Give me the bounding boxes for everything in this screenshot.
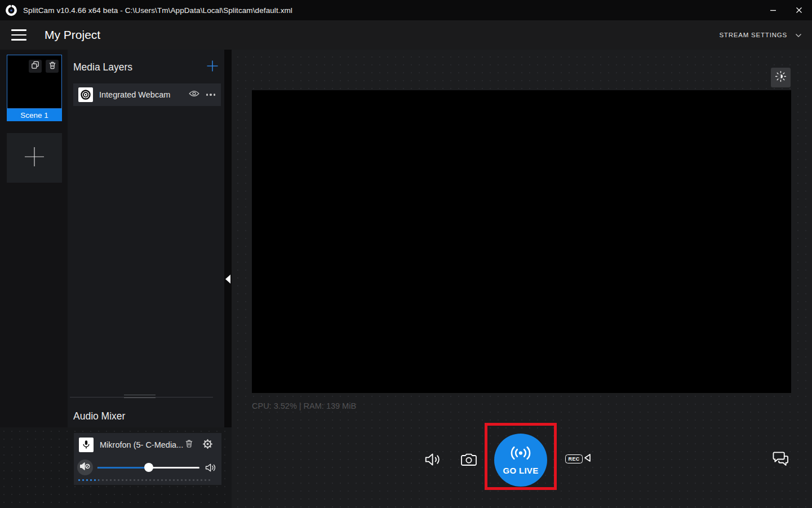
- speaker-muted-icon: [79, 462, 91, 473]
- audio-mixer-title: Audio Mixer: [73, 410, 125, 422]
- duplicate-scene-button[interactable]: [29, 60, 42, 73]
- copy-icon: [30, 60, 40, 72]
- record-button[interactable]: REC: [565, 453, 591, 465]
- remove-audio-device-button[interactable]: [184, 439, 194, 451]
- audio-mixer-device-card: Mikrofon (5- C-Media...: [74, 433, 221, 485]
- chat-button[interactable]: [771, 451, 789, 468]
- volume-icon: [424, 452, 442, 470]
- page-title: My Project: [45, 28, 100, 42]
- broadcast-icon: [508, 445, 533, 463]
- trash-icon: [48, 61, 57, 72]
- media-layers-panel: Media Layers Integrated Webcam: [68, 50, 224, 508]
- layer-row-integrated-webcam[interactable]: Integrated Webcam: [73, 83, 221, 106]
- snapshot-button[interactable]: [460, 452, 478, 469]
- audio-level-meter: [78, 479, 212, 481]
- stream-settings-label: STREAM SETTINGS: [719, 32, 787, 38]
- main-area: CPU: 3.52% | RAM: 139 MiB: [232, 50, 812, 508]
- stream-settings-button[interactable]: STREAM SETTINGS: [719, 30, 802, 40]
- video-preview: [252, 90, 791, 393]
- add-layer-button[interactable]: [206, 60, 219, 74]
- delete-scene-button[interactable]: [46, 60, 59, 73]
- camera-icon: [460, 453, 477, 469]
- sun-icon: [775, 70, 787, 85]
- scene-1-label[interactable]: Scene 1: [7, 109, 62, 121]
- volume-slider-thumb[interactable]: [144, 463, 153, 472]
- speaker-icon: [205, 463, 216, 472]
- chat-bubbles-icon: [772, 451, 789, 469]
- scene-1-thumbnail[interactable]: [7, 55, 62, 109]
- brightness-button[interactable]: [771, 68, 791, 87]
- close-button[interactable]: [786, 0, 812, 20]
- divider-drag-handle[interactable]: [124, 395, 156, 398]
- collapse-panel-arrow-icon[interactable]: [225, 275, 230, 284]
- layer-visibility-button[interactable]: [189, 90, 199, 100]
- go-live-button[interactable]: GO LIVE: [494, 434, 547, 487]
- go-live-label: GO LIVE: [503, 466, 539, 475]
- window-title: SplitCam v10.4.66 x64 beta - C:\Users\Tm…: [23, 6, 292, 15]
- audio-settings-gear-icon[interactable]: [202, 439, 213, 452]
- microphone-icon: [79, 438, 94, 452]
- app-header: My Project STREAM SETTINGS: [0, 20, 812, 50]
- audio-device-name: Mikrofon (5- C-Media...: [100, 440, 183, 449]
- volume-slider[interactable]: [97, 463, 199, 472]
- audio-output-button[interactable]: [424, 452, 442, 469]
- add-scene-button[interactable]: [7, 133, 62, 183]
- menu-hamburger-icon[interactable]: [11, 29, 26, 41]
- plus-icon: [21, 144, 47, 172]
- splitcam-logo-icon: [5, 4, 17, 16]
- mute-button[interactable]: [77, 460, 93, 475]
- camcorder-triangle-icon: [584, 453, 591, 465]
- layer-name: Integrated Webcam: [99, 90, 189, 99]
- media-layers-title: Media Layers: [73, 61, 132, 73]
- minimize-button[interactable]: [760, 0, 786, 20]
- splitcam-window: SplitCam v10.4.66 x64 beta - C:\Users\Tm…: [0, 0, 812, 508]
- webcam-icon: [78, 87, 93, 102]
- performance-stats: CPU: 3.52% | RAM: 139 MiB: [252, 401, 356, 410]
- chevron-down-icon: [795, 30, 802, 40]
- rec-label: REC: [565, 454, 583, 463]
- ellipsis-icon: [206, 94, 215, 95]
- layer-more-button[interactable]: [206, 94, 215, 95]
- title-bar: SplitCam v10.4.66 x64 beta - C:\Users\Tm…: [0, 0, 812, 20]
